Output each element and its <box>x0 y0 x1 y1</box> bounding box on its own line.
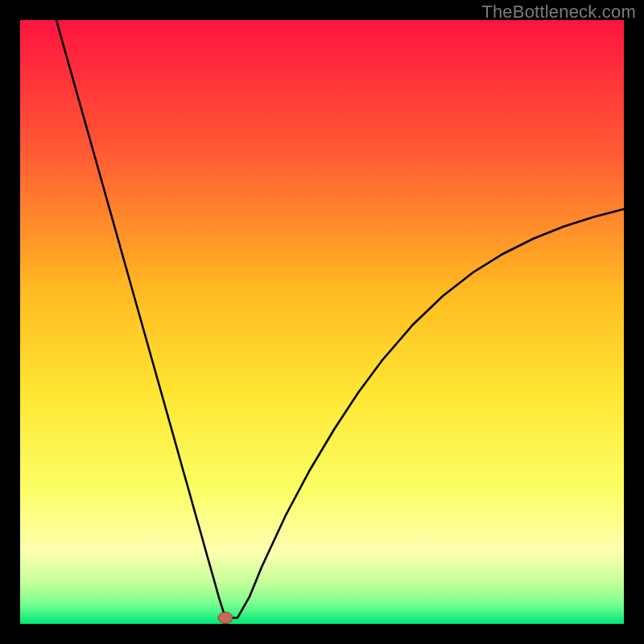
bottleneck-chart <box>20 20 624 624</box>
optimum-marker <box>218 613 233 624</box>
gradient-background <box>20 20 624 624</box>
plot-area <box>20 20 624 624</box>
chart-frame: TheBottleneck.com <box>0 0 644 644</box>
